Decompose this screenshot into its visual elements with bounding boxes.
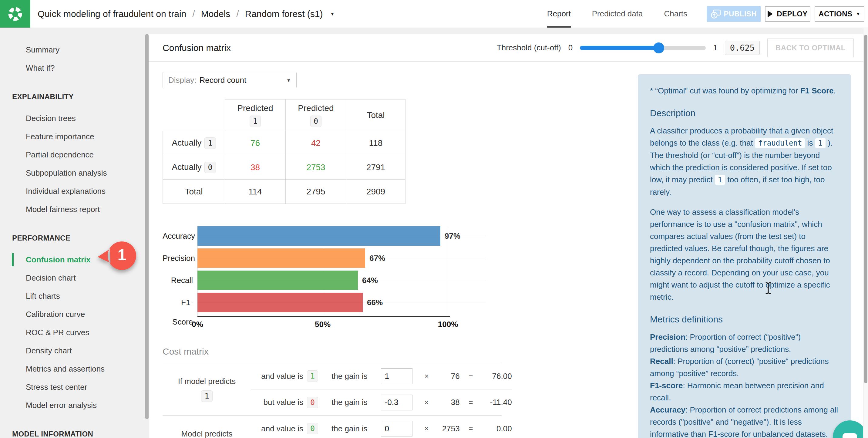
chart-x-tick: 100%	[438, 320, 458, 329]
matrix-col-header-text: Predicted	[286, 103, 346, 113]
sidebar-item-roc-pr-curves[interactable]: ROC & PR curves	[0, 323, 149, 342]
dataiku-logo[interactable]	[0, 0, 30, 28]
gain-input[interactable]	[381, 395, 412, 410]
matrix-cell: 2753	[286, 155, 346, 180]
cost-condition-label: and value is	[251, 424, 303, 433]
breadcrumb-analysis[interactable]: Quick modeling of fraudulent on train	[38, 9, 186, 19]
code-badge: 1	[815, 138, 826, 148]
page-title: Confusion matrix	[162, 43, 231, 53]
tab-report[interactable]: Report	[547, 0, 571, 28]
sidebar-item-model-error-analysis[interactable]: Model error analysis	[0, 396, 149, 414]
sidebar-item-lift-charts[interactable]: Lift charts	[0, 287, 149, 305]
deploy-button[interactable]: DEPLOY	[765, 6, 810, 22]
chat-bubble-icon	[842, 433, 857, 438]
sidebar-item-subpopulation-analysis[interactable]: Subpopulation analysis	[0, 164, 149, 182]
model-dropdown-caret-icon[interactable]: ▼	[330, 11, 335, 17]
optimal-note: * “Optimal” cut was found by optimizing …	[650, 85, 839, 97]
times-sign: ×	[425, 424, 429, 433]
publish-icon	[711, 9, 721, 19]
class-badge-green: 0	[307, 423, 318, 434]
threshold-label: Threshold (cut-off)	[497, 43, 561, 53]
report-sidebar: SummaryWhat if?EXPLAINABILITYDecision tr…	[0, 28, 149, 438]
chart-value-label: 66%	[367, 293, 383, 312]
cost-group-label: Model predicts0	[162, 415, 251, 438]
threshold-max: 1	[713, 43, 717, 53]
sidebar-item-partial-dependence[interactable]: Partial dependence	[0, 146, 149, 164]
class-badge: 1	[250, 116, 261, 127]
threshold-value-box[interactable]: 0.625	[725, 41, 760, 55]
chart-x-axis	[197, 316, 450, 317]
table-row: Actually17642118	[163, 131, 405, 155]
gain-input[interactable]	[381, 368, 412, 384]
back-to-optimal-button[interactable]: BACK TO OPTIMAL	[767, 38, 854, 57]
threshold-min: 0	[568, 43, 572, 53]
sidebar-item-decision-trees[interactable]: Decision trees	[0, 109, 149, 127]
sidebar-item-density-chart[interactable]: Density chart	[0, 342, 149, 360]
sidebar-section-model-information: MODEL INFORMATION	[0, 425, 149, 438]
breadcrumb-model-name[interactable]: Random forest (s1)	[245, 9, 323, 19]
gain-result: 76.00	[474, 372, 512, 381]
chart-category-label: Accuracy	[162, 226, 193, 246]
chart-category-label: Precision	[162, 248, 193, 268]
display-dropdown[interactable]: Display: Record count ▼	[162, 72, 297, 88]
metrics-bar-chart: Accuracy97%Precision67%Recall64%F1-Score…	[197, 226, 492, 333]
cost-condition-label: and value is	[251, 372, 303, 381]
actions-button[interactable]: ACTIONS ▼	[815, 6, 864, 22]
matrix-cell: 38	[225, 155, 286, 180]
breadcrumb-separator: /	[192, 9, 195, 19]
cost-matrix-title: Cost matrix	[162, 346, 502, 357]
sidebar-item-summary[interactable]: Summary	[0, 41, 149, 59]
dropdown-caret-icon: ▼	[286, 77, 291, 83]
matrix-row-label: Total	[163, 180, 225, 204]
main-panel: Confusion matrix Threshold (cut-off) 0 1…	[149, 34, 863, 438]
cost-matrix-groups: If model predicts1and value is1the gain …	[162, 363, 502, 438]
chart-x-tick: 0%	[192, 320, 203, 329]
sidebar-item-metrics-and-assertions[interactable]: Metrics and assertions	[0, 360, 149, 378]
sidebar-item-what-if[interactable]: What if?	[0, 59, 149, 77]
window-scrollbar	[863, 28, 868, 438]
sidebar-scrollbar[interactable]	[145, 34, 149, 419]
matrix-row-label: Actually1	[163, 131, 225, 155]
equals-sign: =	[469, 372, 473, 380]
matrix-row-label: Actually0	[163, 155, 225, 180]
gain-result: -11.40	[474, 398, 512, 407]
cost-group: Model predicts0and value is0the gain is×…	[162, 415, 502, 438]
chart-value-label: 97%	[445, 226, 460, 246]
gain-input[interactable]	[381, 421, 412, 436]
help-heading-description: Description	[650, 107, 839, 119]
sidebar-item-stress-test-center[interactable]: Stress test center	[0, 378, 149, 396]
main-header: Confusion matrix Threshold (cut-off) 0 1…	[149, 34, 863, 62]
matrix-col-header-text: Total	[346, 111, 405, 120]
tab-charts[interactable]: Charts	[664, 0, 687, 28]
breadcrumb-models[interactable]: Models	[201, 9, 230, 19]
chart-x-tick: 50%	[315, 320, 331, 329]
record-count: 2753	[431, 424, 460, 433]
sidebar-item-calibration-curve[interactable]: Calibration curve	[0, 305, 149, 323]
play-icon	[768, 11, 773, 17]
sidebar-item-feature-importance[interactable]: Feature importance	[0, 127, 149, 146]
matrix-cell: 118	[346, 131, 405, 155]
sidebar-item-model-fairness-report[interactable]: Model fairness report	[0, 200, 149, 218]
code-badge: fraudulent	[755, 138, 805, 148]
publish-button[interactable]: PUBLISH	[707, 6, 761, 22]
matrix-col-header-text: Predicted	[225, 103, 285, 113]
tab-predicted-data[interactable]: Predicted data	[592, 0, 643, 28]
times-sign: ×	[425, 372, 429, 380]
cost-condition-label: but value is	[251, 398, 303, 407]
sidebar-section-explainability: EXPLAINABILITY	[0, 88, 149, 105]
confusion-matrix-table: Predicted1Predicted0TotalActually1764211…	[162, 99, 405, 204]
cost-row: but value is0the gain is×38=-11.40	[251, 389, 512, 415]
sidebar-item-individual-explanations[interactable]: Individual explanations	[0, 182, 149, 200]
matrix-cell: 76	[225, 131, 286, 155]
matrix-cell: 2791	[346, 155, 405, 180]
top-navbar: Quick modeling of fraudulent on train / …	[0, 0, 868, 28]
chart-bar-recall	[197, 271, 358, 290]
matrix-cell: 114	[225, 180, 286, 204]
window-scrollbar-thumb[interactable]	[864, 35, 867, 383]
times-sign: ×	[425, 398, 429, 407]
threshold-slider[interactable]	[580, 46, 706, 50]
cost-group-label-text: If model predicts	[178, 377, 236, 386]
logo-donut-icon	[7, 6, 23, 22]
class-badge-green: 1	[307, 370, 318, 382]
slider-thumb[interactable]	[653, 42, 664, 53]
